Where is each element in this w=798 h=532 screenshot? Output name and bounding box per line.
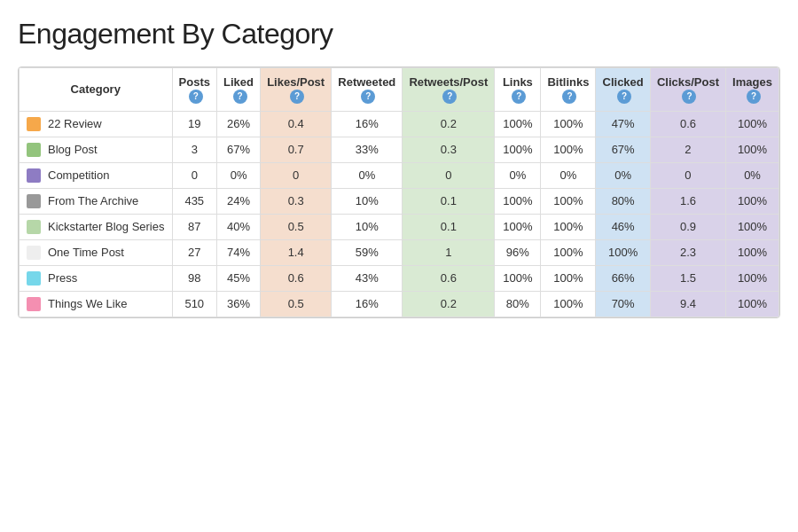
cell-liked: 26% [217, 111, 261, 137]
table-row: Blog Post367%0.733%0.3100%100%67%2100% [20, 137, 779, 162]
col-header-liked: Liked ? [217, 68, 261, 112]
category-swatch [27, 168, 41, 183]
cell-liked: 67% [217, 137, 261, 162]
category-col: One Time Post [20, 239, 173, 265]
cell-links: 100% [495, 188, 541, 214]
cell-liked: 40% [217, 214, 261, 239]
posts-help-icon[interactable]: ? [189, 90, 203, 104]
cell-links: 100% [495, 265, 541, 291]
cell-retweets_per_post: 0.2 [403, 111, 495, 137]
col-header-clicks-per-post: Clicks/Post ? [650, 68, 725, 112]
cell-retweeted: 16% [332, 111, 403, 137]
category-col: Press [20, 265, 173, 291]
cell-links: 0% [495, 162, 541, 188]
cell-retweeted: 33% [332, 137, 403, 162]
cell-liked: 24% [217, 188, 261, 214]
cell-likes_per_post: 0.4 [261, 111, 332, 137]
cell-clicked: 46% [596, 214, 650, 239]
category-label: One Time Post [48, 246, 124, 259]
category-col: Kickstarter Blog Series [20, 214, 173, 239]
cell-images: 100% [726, 239, 779, 265]
cell-clicked: 80% [596, 188, 650, 214]
cell-posts: 0 [172, 162, 217, 188]
cell-retweets_per_post: 0.2 [403, 291, 495, 317]
table-row: Kickstarter Blog Series8740%0.510%0.1100… [20, 214, 779, 239]
cell-links: 96% [495, 239, 541, 265]
table-row: Press9845%0.643%0.6100%100%66%1.5100% [20, 265, 779, 291]
category-swatch [27, 246, 41, 260]
cell-bitlinks: 100% [541, 214, 596, 239]
cell-likes_per_post: 1.4 [261, 239, 332, 265]
category-swatch [27, 297, 41, 311]
cell-links: 100% [495, 137, 541, 162]
cell-retweeted: 59% [332, 239, 403, 265]
retweeted-help-icon[interactable]: ? [361, 90, 375, 104]
engagement-table-wrapper: Category Posts ? Liked ? Likes/Post ? Re… [18, 66, 780, 318]
category-col: Things We Like [20, 291, 173, 317]
cell-bitlinks: 100% [541, 137, 596, 162]
category-col: From The Archive [20, 188, 173, 214]
cell-likes_per_post: 0.5 [261, 291, 332, 317]
cell-clicks_per_post: 1.6 [650, 188, 725, 214]
cell-liked: 74% [217, 239, 261, 265]
cell-bitlinks: 100% [541, 291, 596, 317]
images-help-icon[interactable]: ? [747, 90, 761, 104]
cell-likes_per_post: 0.5 [261, 214, 332, 239]
cell-retweets_per_post: 0.3 [403, 137, 495, 162]
cell-clicks_per_post: 0.6 [650, 111, 725, 137]
table-row: One Time Post2774%1.459%196%100%100%2.31… [20, 239, 779, 265]
cell-bitlinks: 0% [541, 162, 596, 188]
cell-links: 100% [495, 214, 541, 239]
cell-posts: 27 [172, 239, 217, 265]
cell-images: 100% [726, 111, 779, 137]
cell-posts: 510 [172, 291, 217, 317]
cell-clicks_per_post: 0 [650, 162, 725, 188]
cell-likes_per_post: 0.3 [261, 188, 332, 214]
cell-images: 100% [726, 137, 779, 162]
cell-liked: 45% [217, 265, 261, 291]
cell-clicks_per_post: 2.3 [650, 239, 725, 265]
category-swatch [27, 194, 41, 208]
col-header-likes-per-post: Likes/Post ? [261, 68, 332, 112]
cell-clicked: 0% [596, 162, 650, 188]
table-row: 22 Review1926%0.416%0.2100%100%47%0.6100… [20, 111, 779, 137]
category-swatch [27, 143, 41, 157]
category-col: Blog Post [20, 137, 173, 162]
likes-per-post-help-icon[interactable]: ? [290, 90, 304, 104]
clicks-per-post-help-icon[interactable]: ? [682, 90, 696, 104]
cell-clicked: 67% [596, 137, 650, 162]
cell-bitlinks: 100% [541, 111, 596, 137]
category-swatch [27, 117, 41, 131]
cell-retweeted: 0% [332, 162, 403, 188]
cell-liked: 36% [217, 291, 261, 317]
cell-retweeted: 16% [332, 291, 403, 317]
category-label: Press [48, 271, 77, 285]
category-label: Kickstarter Blog Series [48, 220, 165, 233]
category-col: Competition [20, 162, 173, 188]
cell-clicked: 47% [596, 111, 650, 137]
retweets-per-post-help-icon[interactable]: ? [442, 90, 457, 104]
category-swatch [27, 220, 41, 234]
col-header-clicked: Clicked ? [596, 68, 650, 112]
cell-posts: 3 [172, 137, 217, 162]
cell-clicks_per_post: 0.9 [650, 214, 725, 239]
bitlinks-help-icon[interactable]: ? [562, 90, 576, 104]
category-label: Things We Like [48, 297, 127, 310]
col-header-retweets-per-post: Retweets/Post ? [403, 68, 495, 112]
col-header-category: Category [20, 68, 173, 112]
links-help-icon[interactable]: ? [512, 90, 526, 104]
table-header-row: Category Posts ? Liked ? Likes/Post ? Re… [20, 68, 779, 112]
col-header-bitlinks: Bitlinks ? [541, 68, 596, 112]
cell-retweets_per_post: 0.1 [403, 188, 495, 214]
cell-posts: 87 [172, 214, 217, 239]
liked-help-icon[interactable]: ? [233, 90, 247, 104]
table-row: Things We Like51036%0.516%0.280%100%70%9… [20, 291, 779, 317]
col-header-links: Links ? [495, 68, 541, 112]
cell-bitlinks: 100% [541, 188, 596, 214]
category-swatch [27, 271, 41, 286]
clicked-help-icon[interactable]: ? [617, 90, 631, 104]
category-label: Competition [48, 168, 109, 182]
category-col: 22 Review [20, 111, 173, 137]
engagement-table: Category Posts ? Liked ? Likes/Post ? Re… [19, 67, 779, 317]
col-header-images: Images ? [726, 68, 779, 112]
